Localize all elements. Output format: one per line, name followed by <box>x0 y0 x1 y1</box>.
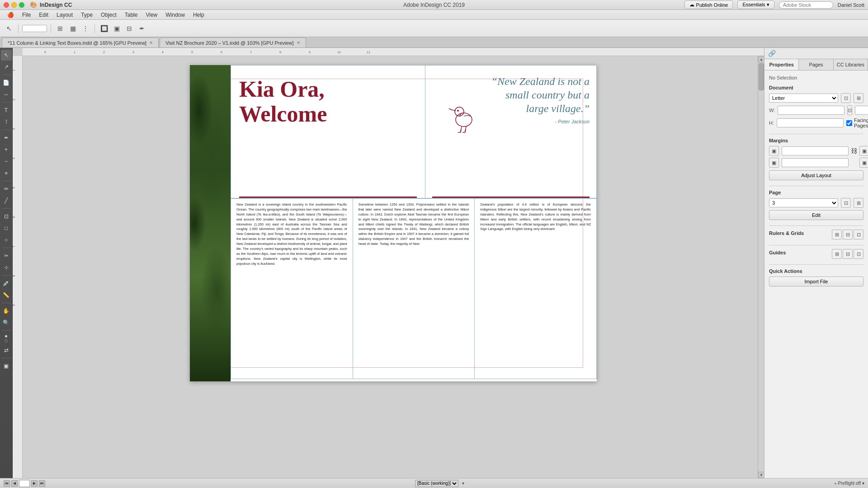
next-page-btn[interactable]: ▶ <box>31 480 38 487</box>
vertical-scrollbar[interactable]: ▲ ▼ <box>758 56 764 478</box>
scroll-up-arrow[interactable]: ▲ <box>758 56 764 62</box>
type-on-path-tool[interactable]: ⊺ <box>1 117 12 127</box>
margin-br-icon[interactable]: ▣ <box>859 158 868 168</box>
measure-tool[interactable]: 📏 <box>1 290 12 300</box>
page-size-icon-btn-1[interactable]: ⊡ <box>841 93 851 103</box>
convert-anchor-tool[interactable]: ⋄ <box>1 168 12 178</box>
view-options-btn[interactable]: ⊞ <box>55 23 66 34</box>
page-size-select[interactable]: Letter <box>769 94 838 103</box>
pen-tool-btn[interactable]: ✒ <box>137 23 147 34</box>
rulers-icons: ⊞ ⊟ ⊡ <box>832 230 863 239</box>
margin-top-input[interactable]: 1 in <box>782 146 849 155</box>
edit-btn[interactable]: Edit <box>769 210 863 220</box>
last-page-btn[interactable]: ⏭ <box>39 480 45 487</box>
adjust-layout-btn[interactable]: Adjust Layout <box>769 170 863 180</box>
scroll-down-arrow[interactable]: ▼ <box>758 472 764 478</box>
panel-link-icons: 🔗 <box>768 50 776 57</box>
tab-close-2[interactable]: ✕ <box>297 40 300 45</box>
canvas-content[interactable]: Kia Ora, Welcome <box>23 56 764 478</box>
tab-properties[interactable]: Properties <box>764 59 799 70</box>
minimize-button[interactable] <box>11 2 17 8</box>
display-mode-btn[interactable]: ▦ <box>67 23 78 34</box>
first-page-btn[interactable]: ⏮ <box>4 480 10 487</box>
swap-colors[interactable]: ⇄ <box>1 345 12 356</box>
menu-file[interactable]: File <box>19 11 34 19</box>
eyedropper-tool[interactable]: 💉 <box>1 278 12 289</box>
maximize-button[interactable] <box>19 2 24 8</box>
menu-view[interactable]: View <box>142 11 161 19</box>
height-input[interactable]: 11 in <box>777 118 844 127</box>
preflight-btn[interactable]: ● Preflight off ▾ <box>834 481 864 486</box>
page-select[interactable]: 3 <box>769 198 838 207</box>
fill-stroke[interactable]: ■□ <box>1 333 12 344</box>
rectangle-frame-tool[interactable]: ⊡ <box>1 211 12 222</box>
grid-btn[interactable]: ⊟ <box>124 23 135 34</box>
page-number-input[interactable]: 3 <box>19 480 30 487</box>
menu-type[interactable]: Type <box>77 11 96 19</box>
publish-online-button[interactable]: ☁ Publish Online <box>684 0 733 9</box>
pen-tool[interactable]: ✒ <box>1 132 12 143</box>
margin-bl-icon[interactable]: ▣ <box>769 158 779 168</box>
page-tool[interactable]: 📄 <box>1 77 12 88</box>
canvas-area[interactable]: 0 1 2 3 4 5 6 7 8 9 10 11 1 2 3 4 5 <box>13 48 764 478</box>
ruler-mark-4: 4 <box>162 51 164 54</box>
menu-object[interactable]: Object <box>97 11 120 19</box>
guides-icon-3[interactable]: ⊡ <box>854 249 863 259</box>
rulers-icon-3[interactable]: ⊡ <box>854 230 863 239</box>
menu-help[interactable]: Help <box>189 11 208 19</box>
pages-count-input[interactable]: 4 <box>855 106 868 115</box>
selection-tool[interactable]: ↖ <box>1 50 12 61</box>
margin-tr-icon[interactable]: ▣ <box>859 146 868 156</box>
view-mode[interactable]: ▣ <box>1 361 12 371</box>
width-input[interactable]: 8.5 in <box>778 106 844 115</box>
adobe-stock-search[interactable] <box>779 1 833 9</box>
selection-tool-btn[interactable]: ↖ <box>4 23 14 34</box>
tab-close-1[interactable]: ✕ <box>149 40 153 45</box>
guides-icon-1[interactable]: ⊞ <box>832 249 842 259</box>
arrange-btn[interactable]: ⋮ <box>80 23 91 34</box>
spread-view-btn[interactable]: 🔲 <box>99 23 109 34</box>
tab-visit-nz[interactable]: Visit NZ Brochure 2020 – V1.indd @ 103% … <box>160 38 306 47</box>
margin-tl-icon[interactable]: ▣ <box>769 146 779 156</box>
import-file-btn[interactable]: Import File <box>769 277 863 286</box>
direct-selection-tool[interactable]: ↗ <box>1 61 12 72</box>
zoom-tool[interactable]: 🔍 <box>1 317 12 328</box>
gap-tool[interactable]: ↔ <box>1 89 12 100</box>
hand-tool[interactable]: ✋ <box>1 305 12 316</box>
delete-anchor-tool[interactable]: − <box>1 156 12 167</box>
margin-bottom-input[interactable]: 1 in <box>782 158 849 167</box>
guides-icon-2[interactable]: ⊟ <box>843 249 853 259</box>
apple-menu[interactable]: 🍎 <box>4 11 18 19</box>
tab-column-linking[interactable]: *11 Column & Linking Text Boxes.indd @ 1… <box>2 38 159 47</box>
menu-window[interactable]: Window <box>162 11 189 19</box>
rectangle-tool[interactable]: □ <box>1 223 12 234</box>
tab-bar: *11 Column & Linking Text Boxes.indd @ 1… <box>0 37 868 48</box>
line-tool[interactable]: ╱ <box>1 195 12 206</box>
free-transform-tool[interactable]: ⊹ <box>1 262 12 273</box>
menu-layout[interactable]: Layout <box>53 11 76 19</box>
pages-count-btn[interactable]: ⊡ <box>847 105 852 115</box>
facing-pages-checkbox[interactable]: Facing Pages <box>846 117 868 128</box>
type-tool[interactable]: T <box>1 105 12 116</box>
layout-btn[interactable]: ▣ <box>111 23 122 34</box>
zoom-level-input[interactable]: 103.4% <box>22 25 47 32</box>
facing-pages-check[interactable] <box>846 120 852 126</box>
essentials-button[interactable]: Essentials ▾ <box>737 0 774 9</box>
page-size-icon-btn-2[interactable]: ⊞ <box>854 93 863 103</box>
page-icon-btn-1[interactable]: ⊡ <box>841 198 851 208</box>
rulers-icon-2[interactable]: ⊟ <box>843 230 853 239</box>
pencil-tool[interactable]: ✏ <box>1 183 12 194</box>
tab-cc-libraries[interactable]: CC Libraries <box>834 59 868 70</box>
rulers-icon-1[interactable]: ⊞ <box>832 230 842 239</box>
ellipse-tool[interactable]: ○ <box>1 235 12 245</box>
menu-edit[interactable]: Edit <box>35 11 52 19</box>
tab-pages[interactable]: Pages <box>799 59 833 70</box>
master-page-select[interactable]: [Basic (working)] <box>415 480 458 487</box>
prev-page-btn[interactable]: ◀ <box>11 480 18 487</box>
scroll-thumb[interactable] <box>759 63 764 90</box>
scissors-tool[interactable]: ✂ <box>1 250 12 261</box>
add-anchor-tool[interactable]: + <box>1 144 12 155</box>
close-button[interactable] <box>4 2 9 8</box>
menu-table[interactable]: Table <box>121 11 142 19</box>
page-icon-btn-2[interactable]: ⊞ <box>854 198 863 208</box>
